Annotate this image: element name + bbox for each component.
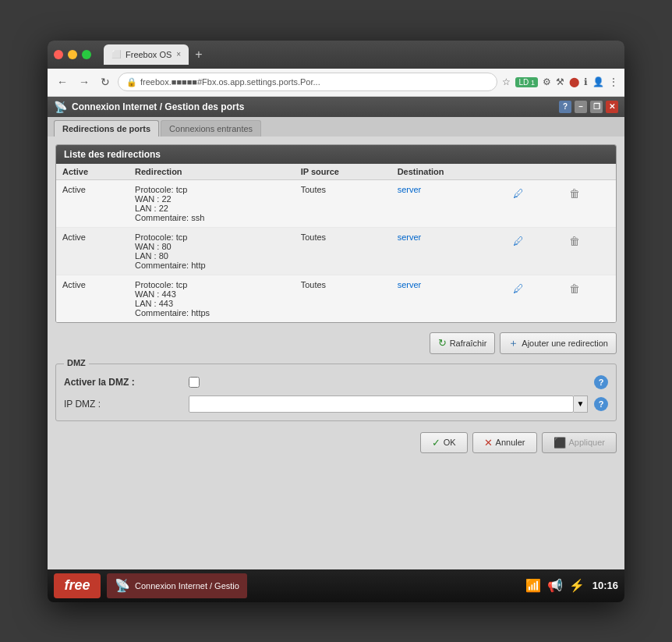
nav-icons: ☆ LD 1 ⚙ ⚒ ⬤ ℹ 👤 ⋮ (502, 76, 618, 87)
row1-redirection: Protocole: tcp WAN : 22 LAN : 22 Comment… (129, 179, 295, 227)
row2-wan: WAN : 80 (135, 242, 288, 251)
taskbar-time: 10:16 (592, 580, 618, 591)
row2-edit-cell: 🖊 (504, 227, 560, 275)
tab-connexions-label: Connexions entrantes (169, 124, 253, 133)
ok-button[interactable]: ✓ OK (420, 432, 468, 453)
refresh-button[interactable]: ↻ Rafraîchir (430, 332, 496, 354)
taskbar-app-item[interactable]: 📡 Connexion Internet / Gestio (107, 573, 247, 598)
row3-comment: Commentaire: https (135, 308, 288, 317)
redirect-table: Active Redirection IP source Destination… (56, 164, 616, 322)
app-titlebar-controls: ? – ❐ ✕ (559, 101, 618, 113)
tool-icon[interactable]: ⚒ (556, 76, 564, 87)
tab-close-button[interactable]: × (176, 50, 181, 59)
col-destination: Destination (391, 164, 504, 180)
apply-label: Appliquer (569, 438, 605, 447)
redirect-header: Liste des redirections (56, 145, 616, 164)
tab-redirections-ports[interactable]: Redirections de ports (54, 120, 159, 137)
title-bar: ⬜ Freebox OS × + (48, 41, 624, 69)
apply-button[interactable]: ⬛ Appliquer (542, 432, 617, 453)
add-icon: ＋ (508, 336, 518, 350)
table-row: Active Protocole: tcp WAN : 443 LAN : 44… (56, 275, 616, 322)
row2-protocol: Protocole: tcp (135, 232, 288, 242)
row2-comment: Commentaire: http (135, 261, 288, 270)
extension-icon[interactable]: ⚙ (543, 76, 551, 87)
row1-protocol: Protocole: tcp (135, 185, 288, 194)
tab-bar: ⬜ Freebox OS × + (104, 44, 618, 65)
col-ip-source: IP source (295, 164, 391, 180)
dmz-ip-row: IP DMZ : ▼ ? (64, 395, 608, 413)
tab-label: Freebox OS (126, 50, 172, 59)
dmz-legend: DMZ (64, 358, 89, 367)
row3-lan: LAN : 443 (135, 299, 288, 308)
table-row: Active Protocole: tcp WAN : 80 LAN : 80 … (56, 227, 616, 275)
refresh-icon: ↻ (438, 337, 447, 349)
bookmark-icon[interactable]: ☆ (502, 76, 511, 87)
app-minimize-button[interactable]: – (575, 101, 587, 113)
dmz-activate-help[interactable]: ? (594, 375, 608, 389)
row3-delete-button[interactable]: 🗑 (566, 280, 583, 297)
browser-tab[interactable]: ⬜ Freebox OS × (104, 44, 189, 65)
tab-connexions-entrantes[interactable]: Connexions entrantes (161, 120, 261, 137)
tab-redirections-label: Redirections de ports (62, 124, 150, 133)
dmz-activate-checkbox[interactable] (189, 377, 200, 388)
nav-bar: ← → ↻ 🔒 freebox.■■■■■#Fbx.os.app.setting… (48, 69, 624, 97)
row1-wan: WAN : 22 (135, 194, 288, 204)
taskbar-right: 📶 📢 ⚡ 10:16 (525, 578, 618, 593)
dmz-ip-input[interactable] (189, 395, 574, 413)
back-button[interactable]: ← (54, 74, 71, 90)
dmz-ip-dropdown[interactable]: ▼ (574, 395, 588, 413)
info-icon[interactable]: ℹ (584, 76, 588, 87)
taskbar-logo[interactable]: free (54, 573, 101, 598)
new-tab-button[interactable]: + (195, 48, 202, 62)
profile-icon[interactable]: 👤 (592, 76, 604, 87)
address-bar[interactable]: 🔒 freebox.■■■■■#Fbx.os.app.settings.port… (118, 73, 497, 91)
row3-wan: WAN : 443 (135, 289, 288, 299)
row2-delete-button[interactable]: 🗑 (566, 232, 583, 250)
row2-ip-source: Toutes (295, 227, 391, 275)
row2-edit-button[interactable]: 🖊 (510, 232, 527, 250)
row1-ip-source: Toutes (295, 179, 391, 227)
table-row: Active Protocole: tcp WAN : 22 LAN : 22 … (56, 179, 616, 227)
col-active: Active (56, 164, 129, 180)
row2-redirection: Protocole: tcp WAN : 80 LAN : 80 Comment… (129, 227, 295, 275)
app-close-button[interactable]: ✕ (606, 101, 618, 113)
row2-destination: server (391, 227, 504, 275)
row2-lan: LAN : 80 (135, 251, 288, 261)
warning-icon: ⬤ (569, 76, 579, 87)
add-redirect-button[interactable]: ＋ Ajouter une redirection (500, 332, 617, 354)
wifi-icon: 📶 (525, 578, 541, 593)
row1-destination-link[interactable]: server (398, 185, 422, 194)
usb-icon: ⚡ (569, 578, 585, 593)
tab-favicon: ⬜ (111, 50, 121, 59)
redirect-section-title: Liste des redirections (64, 149, 161, 160)
cancel-label: Annuler (496, 438, 525, 447)
app-window: 📡 Connexion Internet / Gestion des ports… (48, 97, 624, 569)
row3-destination-link[interactable]: server (398, 280, 422, 289)
minimize-traffic-light[interactable] (68, 50, 77, 59)
buttons-row: ↻ Rafraîchir ＋ Ajouter une redirection (55, 329, 617, 357)
forward-button[interactable]: → (76, 74, 93, 90)
app-help-button[interactable]: ? (559, 101, 571, 113)
row1-delete-button[interactable]: 🗑 (566, 185, 583, 202)
row3-delete-cell: 🗑 (560, 275, 616, 322)
more-menu-button[interactable]: ⋮ (609, 76, 618, 87)
table-header-row: Active Redirection IP source Destination (56, 164, 616, 180)
row3-destination: server (391, 275, 504, 322)
reload-button[interactable]: ↻ (97, 74, 113, 90)
row3-edit-cell: 🖊 (504, 275, 560, 322)
row2-destination-link[interactable]: server (398, 232, 422, 242)
close-traffic-light[interactable] (54, 50, 63, 59)
maximize-traffic-light[interactable] (82, 50, 91, 59)
ok-label: OK (444, 438, 456, 447)
row1-edit-button[interactable]: 🖊 (510, 185, 527, 202)
profile-badge[interactable]: LD 1 (515, 77, 538, 87)
dmz-ip-help[interactable]: ? (594, 397, 608, 411)
app-title: Connexion Internet / Gestion des ports (72, 101, 244, 112)
row1-lan: LAN : 22 (135, 204, 288, 213)
refresh-label: Rafraîchir (450, 339, 487, 348)
row3-edit-button[interactable]: 🖊 (510, 280, 527, 297)
row2-active: Active (56, 227, 129, 275)
app-restore-button[interactable]: ❐ (590, 101, 603, 113)
cancel-button[interactable]: ✕ Annuler (472, 432, 537, 453)
row2-delete-cell: 🗑 (560, 227, 616, 275)
